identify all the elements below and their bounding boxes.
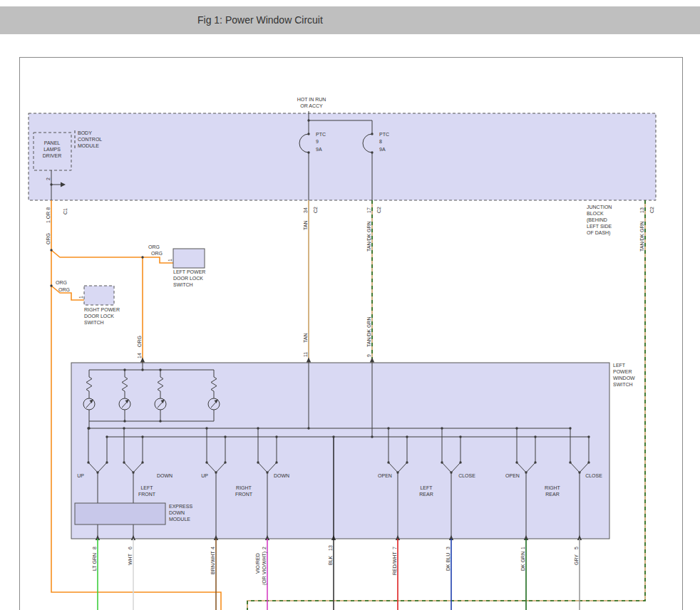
tan-pin-34: 34 [303,207,308,213]
tdg-wire-label: TAN/DK GRN [366,221,371,252]
left-lock-pin1: 1 [168,259,173,262]
edm-label-1: EXPRESS [169,504,192,509]
ptc9-number: 9 [316,139,319,144]
left-lock-label-2: DOOR LOCK [173,276,203,281]
jb-label-3: (BEHIND [587,217,607,223]
tan-wire-label: TAN [303,221,308,230]
org-label-d: ORG [58,287,70,292]
wire-label-red-wht: RED/WHT [392,552,397,575]
sw-label-close-lr: CLOSE [458,473,475,478]
tan-wire-label-mid: TAN [303,334,308,343]
sw-label-down-lf: DOWN [157,473,173,478]
pld-label-2: LAMPS [43,147,61,152]
left-lock-label-3: SWITCH [173,282,193,287]
edm-label-3: MODULE [169,517,190,522]
sw-label-open-rr: OPEN [505,473,520,478]
wire-label-lt-grn: LT GRN [92,553,97,571]
jb-wire-label: TAN/DK GRN [639,221,644,252]
left-lock-label-1: LEFT POWER [173,269,205,274]
group-left-front-1: LEFT [140,485,153,490]
tdg-pin-17: 17 [366,207,371,213]
connector-c2-b: C2 [376,207,381,213]
page-title: Fig 1: Power Window Circuit [0,6,700,34]
pld-label-1: PANEL [44,140,61,145]
left-door-lock-switch-box [173,249,205,268]
pws-label-3: WINDOW [613,376,635,381]
connector-c2-a: C2 [313,207,318,213]
jb-label-2: BLOCK [587,211,604,216]
group-right-rear-2: REAR [545,492,559,497]
pin-9: 9 [366,354,371,357]
pws-label-1: LEFT [613,363,626,368]
pld-out-pin: 1 OR 8 [46,207,51,223]
ptc9-rating: 9A [316,147,322,152]
pin-7: 7 [392,547,397,549]
org-label-b: ORG [151,251,163,256]
ptc8-rating: 9A [379,147,386,152]
connector-c2-c: C2 [649,207,654,213]
jb-label-5: OF DASH) [587,230,610,236]
wire-label-wht: WHT [128,553,133,565]
right-lock-label-1: RIGHT POWER [84,307,120,312]
title-bar: Fig 1: Power Window Circuit [0,6,700,34]
group-right-front-2: FRONT [235,492,253,497]
right-lock-label-2: DOOR LOCK [84,314,114,319]
pin-14: 14 [137,353,142,358]
sw-label-down-rf: DOWN [274,473,289,478]
sw-label-up-lf: UP [77,473,84,478]
pin-11: 11 [303,352,308,357]
junction-block-box [29,113,656,200]
group-right-front-1: RIGHT [236,485,252,490]
pin-6: 6 [128,547,133,549]
hot-label-line2: OR ACCY [300,103,323,108]
jb-pin-13: 13 [639,207,644,213]
wire-label-vio-red: VIO/RED [255,553,260,574]
org-wire-label: ORG [46,233,51,244]
wiring-diagram-canvas: HOT IN RUN OR ACCY PTC 9 9A PTC 8 9A PAN… [19,57,683,610]
group-left-rear-2: REAR [419,492,433,497]
hot-label-line1: HOT IN RUN [297,97,326,102]
jb-label-1: JUNCTION [587,205,612,210]
wire-label-vio-wht-alt: (OR VIO/WHT) [262,552,267,585]
pin-1: 1 [520,547,525,549]
group-right-rear-1: RIGHT [545,485,561,490]
pin-5: 5 [574,547,579,549]
tdg-wire-label-mid: TAN/DK GRN [366,316,371,347]
wire-label-dk-grn: DK GRN [520,552,525,571]
pin-8: 8 [92,547,97,549]
express-down-module-box [75,503,165,524]
pin-4: 4 [210,547,215,549]
wire-label-brn-wht: BRN/WHT [210,551,215,574]
bcm-label-2: CONTROL [78,137,102,142]
wire-label-blk: BLK [328,555,333,565]
right-lock-label-3: SWITCH [84,320,104,325]
edm-label-2: DOWN [169,510,185,515]
pws-label-2: POWER [613,369,632,374]
org-wire-label-mid: ORG [137,336,142,347]
pin-2: 2 [262,547,267,549]
pws-label-4: SWITCH [613,382,633,387]
ptc8-number: 8 [379,139,382,144]
right-lock-pin1: 1 [78,296,83,299]
pld-pin2: 2 [46,177,51,180]
group-left-rear-1: LEFT [420,485,433,490]
wire-label-gry: GRY [574,554,579,565]
org-label-c: ORG [56,280,67,285]
right-door-lock-switch-box [84,286,114,305]
bcm-label-3: MODULE [78,143,99,148]
jb-label-4: LEFT SIDE [587,224,612,229]
pld-label-3: DRIVER [43,153,61,158]
bcm-label-1: BODY [78,130,92,135]
group-left-front-2: FRONT [138,492,156,497]
pin-3: 3 [446,547,451,549]
sw-label-open-lr: OPEN [378,473,392,478]
org-label-a: ORG [148,244,160,249]
ptc8-name: PTC [379,132,389,137]
pin-13: 13 [328,545,333,551]
ptc9-name: PTC [316,132,326,137]
sw-label-up-rf: UP [201,473,208,478]
connector-c1: C1 [63,208,68,214]
sw-label-close-rr: CLOSE [585,473,602,478]
wire-label-dk-blu: DK BLU [446,553,451,571]
